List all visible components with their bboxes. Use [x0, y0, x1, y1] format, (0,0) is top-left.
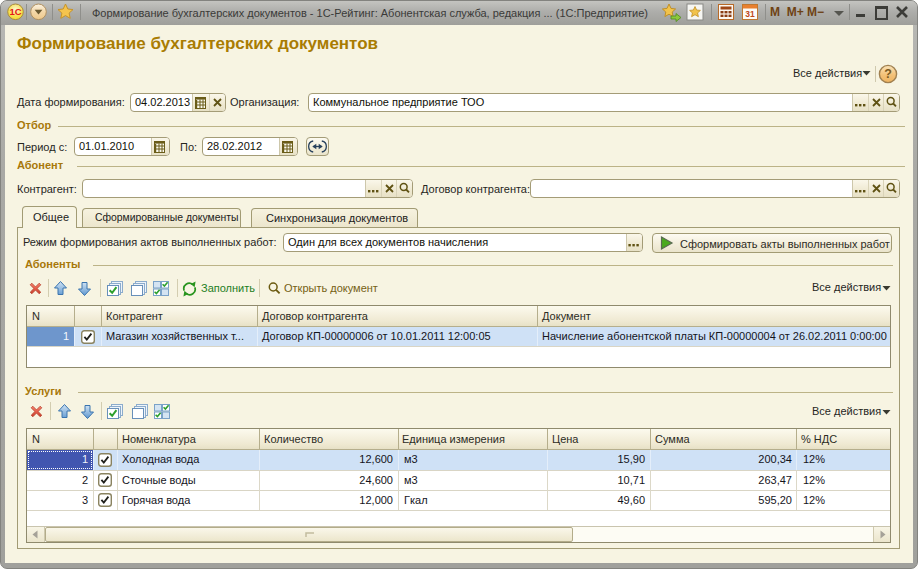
svg-text:?: ?: [884, 67, 892, 81]
svg-text:31: 31: [745, 9, 755, 19]
svg-text:1С: 1С: [9, 6, 21, 17]
